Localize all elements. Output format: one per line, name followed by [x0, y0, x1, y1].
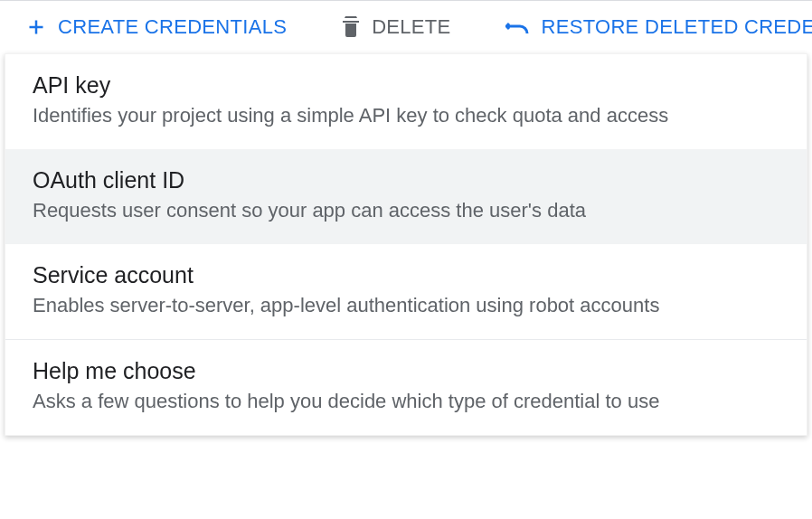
dropdown-item-desc: Asks a few questions to help you decide … — [33, 390, 779, 413]
dropdown-item-title: OAuth client ID — [33, 167, 779, 193]
dropdown-item-desc: Enables server-to-server, app-level auth… — [33, 294, 779, 317]
plus-icon — [25, 16, 47, 38]
dropdown-item-api-key[interactable]: API key Identifies your project using a … — [5, 54, 807, 149]
dropdown-item-title: Service account — [33, 262, 779, 288]
dropdown-item-desc: Requests user consent so your app can ac… — [33, 199, 779, 222]
delete-button[interactable]: DELETE — [341, 15, 450, 39]
delete-label: DELETE — [372, 15, 450, 39]
dropdown-item-help-me-choose[interactable]: Help me choose Asks a few questions to h… — [5, 340, 807, 435]
restore-label: RESTORE DELETED CREDENTIALS — [542, 15, 812, 39]
undo-icon — [505, 19, 531, 35]
dropdown-item-oauth-client-id[interactable]: OAuth client ID Requests user consent so… — [5, 149, 807, 244]
create-credentials-label: CREATE CREDENTIALS — [58, 15, 287, 39]
trash-icon — [341, 15, 361, 39]
create-credentials-dropdown: API key Identifies your project using a … — [5, 53, 807, 436]
dropdown-item-desc: Identifies your project using a simple A… — [33, 104, 779, 127]
toolbar: CREATE CREDENTIALS DELETE RESTORE DELETE… — [0, 0, 812, 53]
create-credentials-button[interactable]: CREATE CREDENTIALS — [25, 15, 287, 39]
restore-button[interactable]: RESTORE DELETED CREDENTIALS — [505, 15, 812, 39]
dropdown-item-service-account[interactable]: Service account Enables server-to-server… — [5, 244, 807, 339]
dropdown-item-title: API key — [33, 72, 779, 99]
dropdown-item-title: Help me choose — [33, 358, 779, 384]
